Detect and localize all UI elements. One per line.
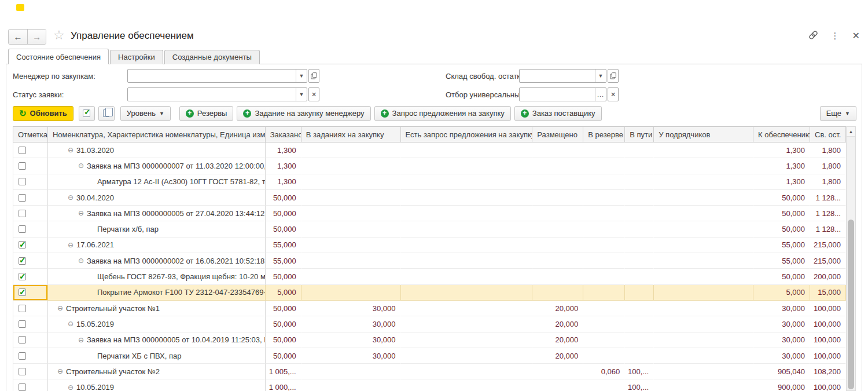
- column-header[interactable]: У подрядчиков: [654, 127, 753, 142]
- row-checkbox[interactable]: [19, 178, 26, 185]
- row-label: Заявка на МПЗ 000000005 от 10.04.2019 11…: [87, 335, 266, 344]
- link-icon[interactable]: [808, 30, 818, 41]
- set-flags-button[interactable]: [79, 106, 95, 121]
- universal-filter-value[interactable]: [520, 88, 595, 101]
- table-row[interactable]: Арматура 12 Ас-II (Ас300) 10ГТ ГОСТ 5781…: [13, 174, 846, 190]
- collapse-expander-icon[interactable]: ⊖: [68, 146, 73, 154]
- row-checkbox[interactable]: [19, 194, 26, 202]
- mark-cell: [13, 158, 48, 174]
- favorite-star-icon[interactable]: ☆: [53, 28, 65, 43]
- table-row[interactable]: ⊖Заявка на МПЗ 0000000005 от 27.04.2020 …: [13, 206, 846, 221]
- table-row[interactable]: ⊖10.05.20191 000,...100,...900,000100,00…: [13, 379, 846, 391]
- dropdown-caret-icon[interactable]: ▼: [595, 70, 606, 82]
- collapse-expander-icon[interactable]: ⊖: [68, 320, 73, 328]
- in-tasks-cell: [301, 174, 401, 190]
- row-checkbox[interactable]: [19, 336, 26, 344]
- clear-button[interactable]: ✕: [308, 87, 319, 101]
- row-checkbox[interactable]: [19, 383, 26, 391]
- request-status-input[interactable]: ▼: [127, 87, 307, 101]
- more-button[interactable]: Еще ▼: [820, 106, 856, 121]
- command-bar: ↻ Обновить Уровень ▼ +Резервы +Задание н…: [13, 105, 856, 121]
- vertical-scrollbar[interactable]: ▲: [846, 126, 856, 391]
- has-request-cell: [401, 221, 533, 237]
- row-checkbox[interactable]: [19, 305, 26, 312]
- close-icon[interactable]: ✕: [852, 31, 860, 41]
- table-row[interactable]: ⊖Заявка на МПЗ 0000000007 от 11.03.2020 …: [13, 158, 846, 174]
- warehouse-input[interactable]: ▼: [519, 69, 606, 83]
- row-checkbox-checked[interactable]: [19, 241, 26, 249]
- open-form-button[interactable]: [308, 69, 319, 83]
- create-purchase-request-button[interactable]: +Запрос предложения на закупку: [374, 106, 511, 121]
- row-checkbox[interactable]: [19, 352, 26, 360]
- create-purchase-task-button[interactable]: +Задание на закупку менеджеру: [237, 106, 370, 121]
- refresh-button[interactable]: ↻ Обновить: [13, 106, 73, 121]
- row-checkbox[interactable]: [19, 368, 26, 375]
- column-header[interactable]: Номенклатура, Характеристика номенклатур…: [48, 127, 266, 142]
- table-row[interactable]: ⊖30.04.202050,00050,0001 128...: [13, 190, 846, 206]
- row-checkbox[interactable]: [19, 320, 26, 328]
- universal-filter-input[interactable]: ...: [519, 87, 606, 101]
- row-label: Щебень ГОСТ 8267-93, Фракция щебня: 10-2…: [97, 272, 266, 281]
- kebab-menu-icon[interactable]: ⋮: [831, 31, 840, 40]
- open-form-button[interactable]: [608, 69, 619, 83]
- request-status-value[interactable]: [128, 88, 296, 101]
- level-button[interactable]: Уровень ▼: [120, 106, 171, 121]
- tab-settings[interactable]: Настройки: [110, 50, 163, 64]
- taskbar-icon[interactable]: [16, 4, 24, 11]
- row-checkbox[interactable]: [19, 210, 26, 217]
- scrollbar-thumb[interactable]: [848, 220, 854, 389]
- row-checkbox-checked[interactable]: [19, 273, 26, 280]
- column-header[interactable]: Заказано: [266, 127, 301, 142]
- ellipsis-button[interactable]: ...: [595, 88, 606, 101]
- row-checkbox[interactable]: [19, 225, 26, 233]
- column-header[interactable]: В заданиях на закупку: [301, 127, 401, 142]
- row-checkbox-checked[interactable]: [19, 288, 26, 296]
- column-header[interactable]: Размещено: [532, 127, 583, 142]
- column-header[interactable]: Св. ост.: [810, 127, 846, 142]
- row-checkbox[interactable]: [19, 147, 26, 154]
- column-header[interactable]: Отметка: [13, 127, 48, 142]
- collapse-expander-icon[interactable]: ⊖: [78, 336, 84, 344]
- table-row[interactable]: Щебень ГОСТ 8267-93, Фракция щебня: 10-2…: [13, 269, 846, 284]
- collapse-expander-icon[interactable]: ⊖: [78, 162, 84, 170]
- tab-created-documents[interactable]: Созданные документы: [164, 50, 260, 64]
- forward-button[interactable]: →: [27, 30, 46, 44]
- column-header[interactable]: В пути: [625, 127, 654, 142]
- in-tasks-cell: 30,000: [301, 332, 401, 348]
- column-header[interactable]: Есть запрос предложения на закупку: [401, 127, 533, 142]
- clear-button[interactable]: ✕: [608, 87, 619, 101]
- table-row[interactable]: ⊖17.06.202155,00055,000215,000: [13, 237, 846, 253]
- collapse-expander-icon[interactable]: ⊖: [68, 241, 73, 249]
- tab-supply-state[interactable]: Состояние обеспечения: [8, 49, 109, 64]
- table-row[interactable]: ⊖Заявка на МПЗ 0000000002 от 16.06.2021 …: [13, 253, 846, 269]
- collapse-expander-icon[interactable]: ⊖: [78, 257, 84, 265]
- column-header[interactable]: К обеспечению: [753, 127, 810, 142]
- table-row[interactable]: ⊖Строительный участок №150,00030,00020,0…: [13, 301, 846, 316]
- collapse-expander-icon[interactable]: ⊖: [57, 304, 63, 312]
- dropdown-caret-icon[interactable]: ▼: [296, 88, 307, 101]
- table-row[interactable]: Покрытие Армокот F100 ТУ 2312-047-233547…: [13, 285, 846, 301]
- row-checkbox-checked[interactable]: [19, 257, 26, 265]
- purchase-manager-input[interactable]: ▼: [127, 69, 307, 83]
- table-row[interactable]: ⊖15.05.201950,00030,00020,00030,000100,0…: [13, 316, 846, 332]
- table-row[interactable]: ⊖Строительный участок №21 005,...0,06010…: [13, 364, 846, 379]
- collapse-expander-icon[interactable]: ⊖: [68, 383, 73, 391]
- copy-button[interactable]: [98, 106, 115, 121]
- collapse-expander-icon[interactable]: ⊖: [78, 209, 84, 217]
- warehouse-value[interactable]: [520, 70, 595, 82]
- row-checkbox[interactable]: [19, 162, 26, 170]
- table-row[interactable]: Перчатки х/б, пар50,00050,0001 128...: [13, 221, 846, 237]
- collapse-expander-icon[interactable]: ⊖: [57, 367, 63, 375]
- create-supplier-order-button[interactable]: +Заказ поставщику: [514, 106, 602, 121]
- scroll-up-arrow-icon[interactable]: ▲: [847, 127, 855, 137]
- table-row[interactable]: ⊖31.03.20201,3001,3001,800: [13, 142, 846, 158]
- back-button[interactable]: ←: [9, 30, 27, 44]
- table-row[interactable]: Перчатки ХБ с ПВХ, пар50,00030,00020,000…: [13, 348, 846, 364]
- purchase-manager-value[interactable]: [128, 70, 296, 82]
- mark-cell: [13, 206, 48, 221]
- dropdown-caret-icon[interactable]: ▼: [296, 70, 307, 82]
- table-row[interactable]: ⊖Заявка на МПЗ 000000005 от 10.04.2019 1…: [13, 332, 846, 348]
- collapse-expander-icon[interactable]: ⊖: [68, 193, 73, 202]
- create-reserves-button[interactable]: +Резервы: [179, 106, 234, 121]
- column-header[interactable]: В резерве: [583, 127, 625, 142]
